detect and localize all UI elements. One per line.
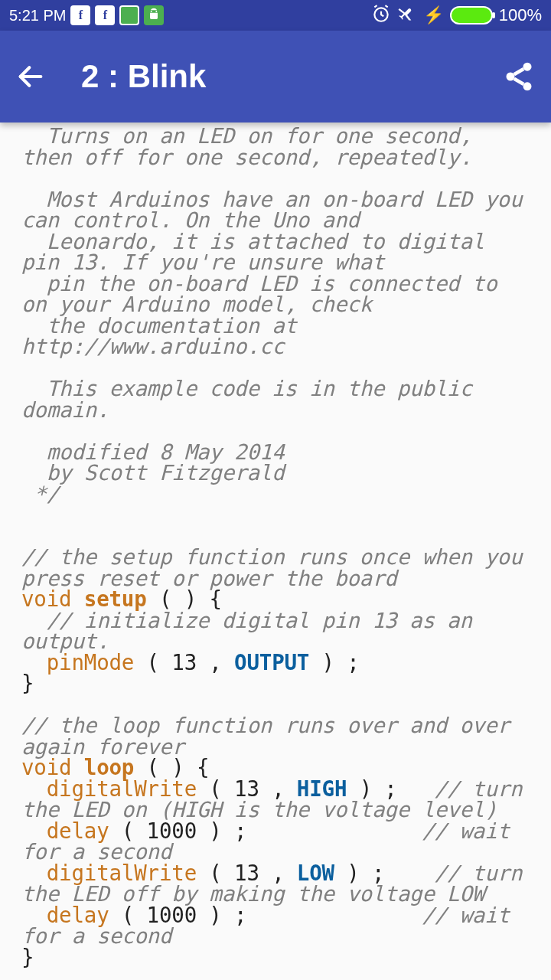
svg-point-5 (507, 73, 515, 81)
svg-point-4 (523, 63, 532, 71)
blank-line (21, 168, 530, 189)
comment-line: pin the on-board LED is connected to on … (21, 273, 530, 315)
comment-line: by Scott Fitzgerald (21, 462, 530, 484)
svg-point-1 (156, 11, 158, 12)
code-line: delay ( 1000 ) ; // wait for a second (21, 905, 530, 947)
battery-icon (450, 6, 493, 24)
blank-line (21, 358, 530, 379)
code-line: digitalWrite ( 13 , HIGH ) ; // turn the… (21, 779, 530, 821)
android-icon (144, 5, 164, 25)
comment-line: // initialize digital pin 13 as an outpu… (21, 610, 530, 652)
punct: ) ; (309, 650, 359, 675)
comment-line: Leonardo, it is attached to digital pin … (21, 231, 530, 273)
code-line: } (21, 947, 530, 969)
code-line: void setup ( ) { (21, 589, 530, 610)
facebook-icon-2: f (95, 5, 115, 25)
code-line: digitalWrite ( 13 , LOW ) ; // turn the … (21, 863, 530, 905)
charging-icon: ⚡ (423, 5, 444, 25)
share-icon (502, 60, 536, 93)
facebook-icon-1: f (70, 5, 90, 25)
comment-line: */ (21, 484, 530, 505)
code-line: void loop ( ) { (21, 757, 530, 779)
comment-line: // the setup function runs once when you… (21, 547, 530, 589)
comment-line: the documentation at http://www.arduino.… (21, 315, 530, 358)
battery-saver-icon (119, 5, 139, 25)
status-time: 5:21 PM (9, 7, 66, 24)
status-bar: 5:21 PM f f ⚡ 100% (0, 0, 551, 31)
code-line: delay ( 1000 ) ; // wait for a second (21, 821, 530, 863)
svg-point-6 (523, 82, 532, 90)
airplane-icon (397, 4, 417, 28)
comment-line: Most Arduinos have an on-board LED you c… (21, 189, 530, 231)
share-button[interactable] (502, 60, 536, 93)
punct: ( 13 , (134, 650, 234, 675)
comment-line: This example code is in the public domai… (21, 378, 530, 420)
code-content[interactable]: Turns on an LED on for one second, then … (0, 122, 551, 975)
battery-percent: 100% (499, 5, 542, 25)
comment-line: modified 8 May 2014 (21, 442, 530, 463)
function-name: pinMode (47, 650, 135, 675)
comment-line: // the loop function runs over and over … (21, 715, 530, 757)
status-left: 5:21 PM f f (9, 5, 164, 25)
comment-line: Turns on an LED on for one second, then … (21, 126, 530, 168)
page-title: 2 : Blink (81, 58, 206, 95)
blank-line (21, 526, 530, 547)
blank-line (21, 505, 530, 526)
app-bar: 2 : Blink (0, 31, 551, 122)
svg-point-0 (151, 11, 152, 12)
constant: OUTPUT (234, 650, 309, 675)
arrow-left-icon (15, 61, 46, 92)
code-line: pinMode ( 13 , OUTPUT ) ; (21, 652, 530, 674)
back-button[interactable] (15, 61, 46, 92)
blank-line (21, 420, 530, 442)
status-right: ⚡ 100% (371, 4, 542, 28)
blank-line (21, 694, 530, 716)
code-line: } (21, 673, 530, 694)
alarm-icon (371, 4, 391, 28)
